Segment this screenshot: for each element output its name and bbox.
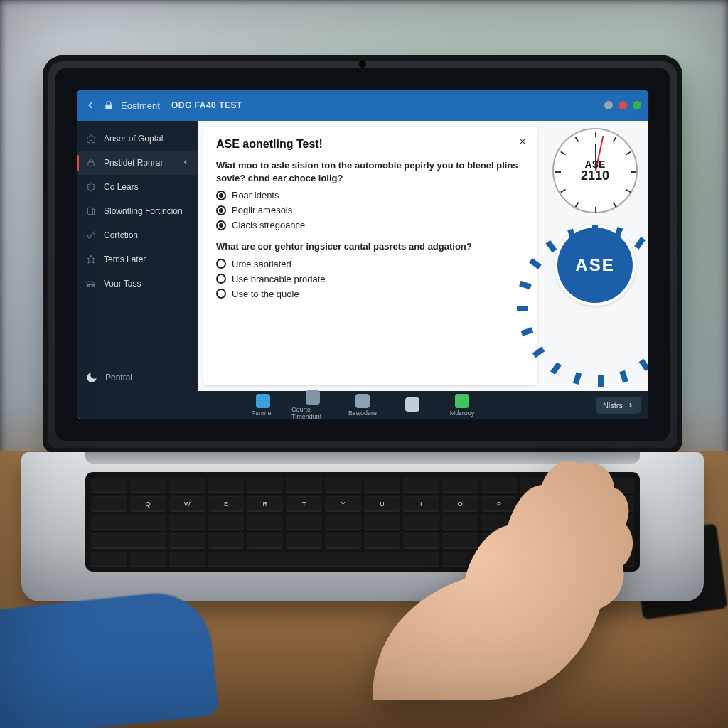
lock-icon	[85, 157, 97, 168]
sidebar-item-label: Cortction	[104, 230, 138, 240]
taskbar-app-label: Mdsrooy	[450, 410, 475, 417]
list-icon	[355, 394, 370, 408]
radio-icon	[216, 220, 226, 230]
option-label: Roar idents	[232, 190, 279, 200]
keyboard: Q W E R T Y U I O P	[85, 472, 640, 572]
sidebar-footer-label: Pentral	[105, 373, 132, 382]
key-r: R	[247, 496, 283, 512]
option-label: Ume saotiated	[232, 259, 291, 269]
sidebar-item-label: Anser of Goptal	[104, 134, 163, 144]
taskbar-app-5[interactable]: Mdsrooy	[441, 394, 483, 417]
minimize-icon[interactable]	[604, 101, 613, 109]
question-2-options: Ume saotiated Use brancable prodate Use …	[216, 259, 525, 299]
option-q1-c[interactable]: Clacis stregoance	[216, 220, 525, 230]
taskbar-app-4[interactable]	[391, 397, 434, 413]
clock-label-1: ASE	[585, 159, 606, 169]
back-button[interactable]	[84, 99, 97, 112]
key-u: U	[364, 496, 400, 512]
chevron-right-icon	[627, 402, 634, 409]
radio-icon	[216, 205, 226, 215]
laptop: Eostment ODG FA40 TEST Ans	[43, 55, 682, 596]
timer-clock: ASE 2110	[552, 128, 638, 213]
close-icon	[518, 136, 528, 146]
question-1-options: Roar idents Poglir amesols Clacis strego…	[216, 190, 525, 230]
sidebar-item-later[interactable]: Tems Later	[77, 247, 198, 272]
sidebar-item-correction[interactable]: Cortction	[77, 223, 198, 247]
app-screen: Eostment ODG FA40 TEST Ans	[77, 90, 648, 419]
sidebar-item-courses[interactable]: Co Lears	[77, 175, 198, 199]
sidebar-item-overview[interactable]: Anser of Goptal	[77, 127, 198, 151]
taskbar-app-label: Courte Timendunt	[291, 406, 334, 419]
user-sleeve	[0, 588, 219, 728]
close-card-button[interactable]	[515, 134, 530, 149]
option-label: Use to the quole	[232, 289, 299, 299]
pin-icon	[405, 397, 419, 412]
taskbar-app-label: Bswodere	[348, 410, 377, 417]
key-p: P	[481, 496, 518, 512]
taskbar-app-1[interactable]: Psnmen	[242, 394, 284, 417]
radio-icon	[216, 274, 226, 284]
question-card: ASE aonetling Test! Wiat moo to asle sis…	[203, 127, 537, 385]
sidebar-item-study[interactable]: Slowntling Fortincion	[77, 199, 198, 223]
svg-marker-3	[87, 255, 95, 263]
chevron-left-icon	[182, 158, 189, 168]
option-label: Clacis stregoance	[232, 220, 305, 230]
ase-seal: ASE	[555, 225, 636, 306]
hinge	[85, 452, 640, 464]
key-y: Y	[325, 496, 361, 512]
screen-bezel: Eostment ODG FA40 TEST Ans	[55, 68, 670, 441]
taskbar-app-label: Psnmen	[251, 410, 274, 417]
radio-icon	[216, 289, 226, 299]
close-icon[interactable]	[619, 101, 627, 109]
chat-icon	[455, 394, 469, 408]
book-icon	[85, 205, 97, 217]
gear-icon	[85, 181, 97, 193]
laptop-lid: Eostment ODG FA40 TEST Ans	[43, 55, 682, 454]
key-o: O	[442, 496, 478, 512]
sidebar-item-practice[interactable]: Pnstidet Rpnrar	[77, 151, 198, 175]
option-q2-b[interactable]: Use brancable prodate	[216, 274, 525, 284]
option-q2-c[interactable]: Use to the quole	[216, 289, 525, 299]
option-label: Poglir amesols	[232, 205, 292, 215]
window-controls	[604, 101, 641, 109]
radio-icon	[216, 259, 226, 269]
option-q1-a[interactable]: Roar idents	[216, 190, 525, 200]
star-icon	[85, 254, 97, 265]
taskbar-app-2[interactable]: Courte Timendunt	[291, 390, 334, 419]
sidebar-item-label: Vour Tass	[104, 279, 141, 289]
app-body: Anser of Goptal Pnstidet Rpnrar Co Lears	[77, 121, 648, 391]
taskbar-app-3[interactable]: Bswodere	[341, 394, 384, 417]
taskbar: Psnmen Courte Timendunt Bswodere	[77, 391, 648, 419]
truck-icon	[85, 278, 97, 289]
home-icon	[85, 133, 97, 144]
page-title: ODG FA40 TEST	[171, 100, 242, 110]
key-icon	[85, 230, 97, 241]
svg-rect-0	[88, 162, 94, 166]
key-t: T	[286, 496, 322, 512]
svg-point-5	[87, 285, 89, 287]
next-button[interactable]: Nlstrs	[596, 397, 641, 414]
sidebar-item-label: Pnstidet Rpnrar	[104, 158, 163, 168]
radio-icon	[216, 191, 226, 200]
card-title: ASE aonetling Test!	[216, 138, 525, 151]
calendar-icon	[306, 390, 320, 405]
sidebar-item-label: Co Lears	[104, 182, 139, 192]
next-label: Nlstrs	[603, 401, 623, 410]
moon-icon	[85, 371, 98, 384]
sidebar: Anser of Goptal Pnstidet Rpnrar Co Lears	[77, 121, 198, 391]
sidebar-footer[interactable]: Pentral	[77, 364, 198, 391]
sidebar-item-your-tests[interactable]: Vour Tass	[77, 272, 198, 296]
question-text: What are cor gehtor ingsicer cantal pasr…	[216, 240, 525, 253]
key-q: Q	[130, 496, 166, 512]
question-text: Wiat moo to asle sision ton the automobi…	[216, 159, 525, 184]
key-e: E	[208, 496, 245, 512]
option-q1-b[interactable]: Poglir amesols	[216, 205, 525, 215]
key-w: W	[169, 496, 205, 512]
right-rail: ASE 2110	[542, 121, 648, 391]
svg-point-1	[90, 186, 92, 188]
folder-icon	[256, 394, 270, 408]
option-q2-a[interactable]: Ume saotiated	[216, 259, 525, 269]
maximize-icon[interactable]	[633, 101, 641, 109]
titlebar: Eostment ODG FA40 TEST	[77, 90, 648, 121]
breadcrumb[interactable]: Eostment	[121, 100, 160, 111]
